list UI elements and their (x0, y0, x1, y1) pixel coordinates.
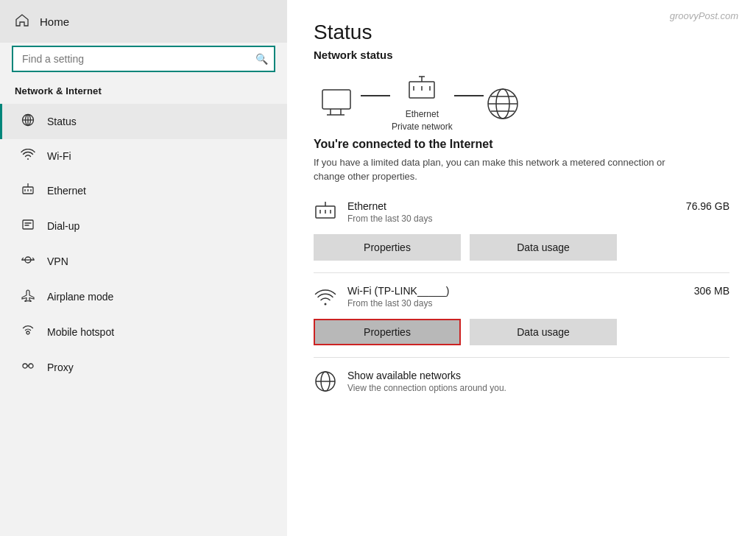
show-networks-title: Show available networks (347, 370, 506, 381)
watermark: groovyPost.com (670, 10, 738, 21)
diagram-globe (485, 86, 520, 121)
diagram-ethernet-label: Ethernet Private network (392, 108, 453, 133)
ethernet-name: Ethernet (347, 200, 432, 212)
ethernet-sub: From the last 30 days (347, 214, 432, 224)
home-label: Home (40, 15, 69, 28)
ethernet-buttons: Properties Data usage (314, 234, 729, 261)
wifi-details: Wi-Fi (TP-LINK_____) From the last 30 da… (347, 285, 449, 308)
sidebar-item-dialup-label: Dial-up (47, 220, 80, 232)
hotspot-icon (21, 324, 35, 340)
svg-point-33 (325, 303, 327, 305)
sidebar-item-wifi-label: Wi-Fi (47, 150, 71, 162)
sidebar-item-vpn[interactable]: VPN (0, 244, 287, 279)
sidebar-item-hotspot-label: Mobile hotspot (47, 326, 114, 338)
network-diagram: Ethernet Private network (321, 74, 729, 133)
sidebar-item-proxy-label: Proxy (47, 362, 74, 373)
vpn-icon (21, 253, 35, 269)
show-networks-row: Show available networks View the connect… (314, 370, 729, 396)
wifi-icon (21, 149, 35, 163)
sidebar: Home 🔍 Network & Internet Status (0, 0, 287, 536)
page-title: Status (314, 21, 729, 44)
svg-point-12 (23, 364, 27, 368)
wifi-info-row: Wi-Fi (TP-LINK_____) From the last 30 da… (314, 285, 729, 311)
ethernet-data-usage-button[interactable]: Data usage (470, 234, 617, 261)
show-networks-sub: View the connection options around you. (347, 383, 506, 393)
show-networks-icon (314, 370, 337, 396)
diagram-computer (321, 88, 359, 119)
sidebar-item-airplane-label: Airplane mode (47, 291, 113, 303)
svg-point-11 (27, 331, 29, 334)
diagram-line-1 (361, 95, 390, 96)
divider-1 (314, 272, 729, 273)
sidebar-item-hotspot[interactable]: Mobile hotspot (0, 314, 287, 350)
sidebar-item-vpn-label: VPN (47, 255, 68, 267)
search-icon: 🔍 (255, 53, 268, 65)
wifi-buttons: Properties Data usage (314, 319, 729, 345)
sidebar-item-airplane[interactable]: Airplane mode (0, 279, 287, 314)
wifi-info-left: Wi-Fi (TP-LINK_____) From the last 30 da… (314, 285, 449, 311)
sidebar-item-ethernet-label: Ethernet (47, 185, 86, 197)
ethernet-properties-button[interactable]: Properties (314, 234, 461, 261)
wifi-name: Wi-Fi (TP-LINK_____) (347, 285, 449, 297)
sidebar-item-ethernet[interactable]: Ethernet (0, 173, 287, 208)
sidebar-item-status-label: Status (47, 116, 77, 127)
show-networks-text: Show available networks View the connect… (347, 370, 506, 393)
wifi-card: Wi-Fi (TP-LINK_____) From the last 30 da… (314, 285, 729, 345)
connected-sub: If you have a limited data plan, you can… (314, 155, 696, 184)
diagram-ethernet-node: Ethernet Private network (392, 74, 453, 133)
diagram-line-2 (454, 95, 484, 96)
wifi-data-usage-button[interactable]: Data usage (470, 319, 617, 345)
svg-rect-9 (23, 220, 33, 229)
svg-rect-15 (322, 90, 350, 109)
wifi-usage: 306 MB (694, 285, 729, 297)
search-container: 🔍 (12, 46, 275, 72)
sidebar-item-proxy[interactable]: Proxy (0, 350, 287, 385)
wifi-card-icon (314, 285, 337, 311)
ethernet-usage: 76.96 GB (686, 200, 729, 212)
wifi-properties-button[interactable]: Properties (314, 319, 461, 345)
search-input[interactable] (12, 46, 275, 72)
ethernet-info-row: Ethernet From the last 30 days 76.96 GB (314, 200, 729, 227)
main-content: groovyPost.com Status Network status (287, 0, 756, 536)
ethernet-details: Ethernet From the last 30 days (347, 200, 432, 224)
sidebar-item-dialup[interactable]: Dial-up (0, 208, 287, 244)
divider-2 (314, 357, 729, 358)
sidebar-item-status[interactable]: Status (0, 104, 287, 139)
connected-title: You're connected to the Internet (314, 138, 729, 151)
airplane-icon (21, 289, 35, 305)
status-icon (21, 113, 35, 130)
proxy-icon (21, 359, 35, 375)
sidebar-item-wifi[interactable]: Wi-Fi (0, 139, 287, 173)
sidebar-section-title: Network & Internet (0, 81, 287, 104)
ethernet-card: Ethernet From the last 30 days 76.96 GB … (314, 200, 729, 261)
ethernet-info-left: Ethernet From the last 30 days (314, 200, 432, 227)
svg-point-13 (29, 364, 33, 368)
ethernet-card-icon (314, 200, 337, 227)
home-icon (15, 13, 29, 29)
dialup-icon (21, 218, 35, 234)
wifi-sub: From the last 30 days (347, 298, 449, 308)
section-title: Network status (314, 49, 729, 61)
ethernet-icon (21, 183, 35, 199)
sidebar-item-home[interactable]: Home (0, 0, 287, 43)
